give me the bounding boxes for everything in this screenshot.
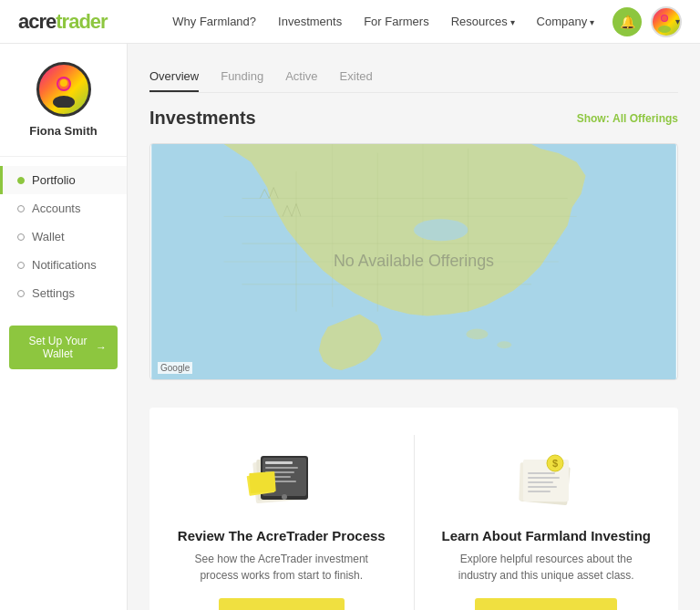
nav-why-farmland[interactable]: Why Farmland? xyxy=(172,15,256,28)
map-container: No Available Offerings Google xyxy=(149,143,678,380)
how-it-works-button[interactable]: How It Works xyxy=(219,598,345,610)
portfolio-dot xyxy=(17,177,25,184)
svg-rect-28 xyxy=(528,477,560,479)
user-info: Fiona Smith xyxy=(0,62,127,157)
svg-point-9 xyxy=(467,328,489,339)
svg-point-4 xyxy=(53,96,75,108)
nav-investments[interactable]: Investments xyxy=(278,15,342,28)
investments-title: Investments xyxy=(149,108,256,129)
sidebar-label-notifications: Notifications xyxy=(32,258,97,272)
user-avatar xyxy=(36,62,91,117)
svg-point-6 xyxy=(60,79,67,87)
investment-tabs: Overview Funding Active Exited xyxy=(149,62,678,93)
tab-exited[interactable]: Exited xyxy=(340,62,373,92)
settings-dot xyxy=(17,290,25,297)
svg-point-2 xyxy=(662,16,667,21)
sidebar: Fiona Smith Portfolio Accounts Wallet No… xyxy=(0,44,128,610)
svg-point-1 xyxy=(658,26,671,33)
learning-card: $ Learn About Farmland Investing Explore… xyxy=(433,435,661,610)
bottom-cards: Review The AcreTrader Process See how th… xyxy=(149,408,678,610)
show-label: Show: xyxy=(577,112,610,125)
map-google-label: Google xyxy=(158,362,192,374)
wallet-dot xyxy=(17,233,25,241)
sidebar-nav: Portfolio Accounts Wallet Notifications … xyxy=(0,166,127,307)
user-avatar-dropdown[interactable] xyxy=(651,6,682,37)
show-value[interactable]: All Offerings xyxy=(612,112,678,125)
sidebar-label-accounts: Accounts xyxy=(32,202,80,215)
card-divider xyxy=(414,435,415,610)
learning-card-desc: Explore helpful resources about the indu… xyxy=(446,551,646,584)
sidebar-item-portfolio[interactable]: Portfolio xyxy=(0,166,127,194)
sidebar-item-notifications[interactable]: Notifications xyxy=(0,251,127,279)
nav-company[interactable]: Company xyxy=(537,15,594,28)
learning-icon: $ xyxy=(442,444,652,517)
sidebar-label-settings: Settings xyxy=(32,286,75,300)
layout: Fiona Smith Portfolio Accounts Wallet No… xyxy=(0,0,700,610)
header-icons: 🔔 xyxy=(612,6,682,37)
learning-center-button[interactable]: Learning Center xyxy=(475,598,617,610)
accounts-dot xyxy=(17,205,25,212)
map-svg: No Available Offerings xyxy=(150,144,677,379)
process-card-title: Review The AcreTrader Process xyxy=(177,528,386,543)
svg-point-23 xyxy=(282,494,287,500)
notifications-dot xyxy=(17,262,25,269)
svg-text:$: $ xyxy=(552,458,558,469)
notifications-icon[interactable]: 🔔 xyxy=(612,7,642,36)
wallet-arrow-icon: → xyxy=(96,341,107,354)
nav-for-farmers[interactable]: For Farmers xyxy=(364,15,429,28)
tab-active[interactable]: Active xyxy=(285,62,317,92)
sidebar-item-settings[interactable]: Settings xyxy=(0,279,127,307)
process-icon xyxy=(177,444,386,517)
investments-header: Investments Show: All Offerings xyxy=(149,108,678,129)
sidebar-label-portfolio: Portfolio xyxy=(32,173,76,187)
header: acretrader Why Farmland? Investments For… xyxy=(0,0,700,44)
svg-point-10 xyxy=(497,341,511,348)
svg-rect-30 xyxy=(528,486,557,488)
sidebar-item-wallet[interactable]: Wallet xyxy=(0,222,127,251)
logo[interactable]: acretrader xyxy=(18,10,108,34)
process-card-desc: See how the AcreTrader investment proces… xyxy=(181,551,382,584)
wallet-btn-label: Set Up Your Wallet xyxy=(20,335,96,360)
main-nav: Why Farmland? Investments For Farmers Re… xyxy=(172,15,594,28)
process-card: Review The AcreTrader Process See how th… xyxy=(168,435,396,610)
svg-rect-22 xyxy=(249,471,275,493)
sidebar-label-wallet: Wallet xyxy=(32,230,65,243)
learning-card-title: Learn About Farmland Investing xyxy=(442,528,652,543)
user-name: Fiona Smith xyxy=(9,124,118,138)
svg-text:No Available Offerings: No Available Offerings xyxy=(334,252,494,270)
show-offerings: Show: All Offerings xyxy=(577,112,678,125)
nav-resources[interactable]: Resources xyxy=(451,15,515,28)
main-content: Overview Funding Active Exited Investmen… xyxy=(128,44,700,610)
svg-rect-29 xyxy=(528,481,553,483)
svg-rect-27 xyxy=(528,472,555,474)
svg-rect-17 xyxy=(265,467,298,469)
setup-wallet-button[interactable]: Set Up Your Wallet → xyxy=(9,326,118,369)
svg-rect-16 xyxy=(265,461,293,464)
sidebar-item-accounts[interactable]: Accounts xyxy=(0,194,127,222)
tab-overview[interactable]: Overview xyxy=(149,62,199,92)
svg-rect-31 xyxy=(528,491,551,492)
svg-point-8 xyxy=(414,219,468,241)
tab-funding[interactable]: Funding xyxy=(221,62,263,92)
